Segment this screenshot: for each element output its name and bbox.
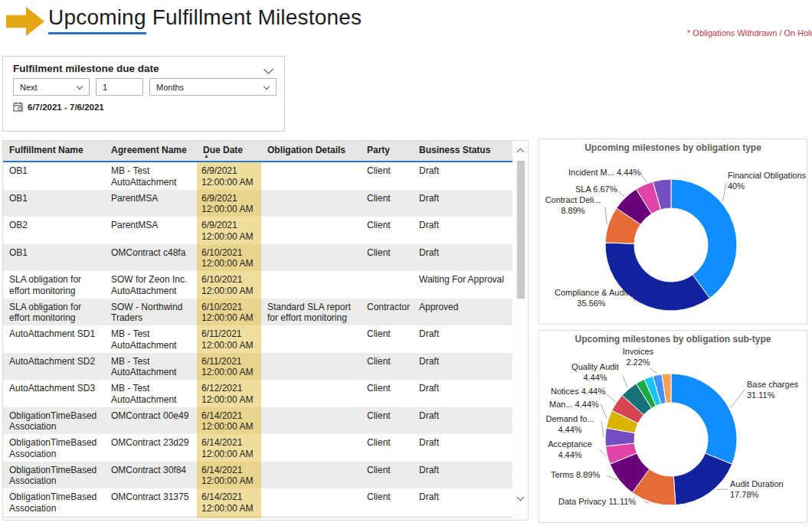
table-cell[interactable]: 6/9/2021 12:00:00 AM [197, 190, 261, 217]
column-header-obligation-details[interactable]: Obligation Details [261, 141, 361, 161]
table-cell[interactable]: Draft [413, 380, 512, 407]
table-cell[interactable]: Client [361, 217, 413, 244]
table-cell[interactable]: OMContract c48fa [105, 244, 197, 272]
table-cell[interactable]: 6/11/2021 12:00:00 AM [197, 325, 261, 353]
table-cell[interactable] [261, 380, 361, 407]
table-cell[interactable]: Client [361, 462, 413, 489]
table-cell[interactable] [261, 462, 361, 489]
table-cell[interactable]: Draft [413, 190, 512, 217]
column-header-fulfillment-name[interactable]: Fulfillment Name [3, 141, 105, 161]
table-cell[interactable]: ObligationTimeBased Association [3, 434, 105, 462]
table-row[interactable]: SLA obligation for effort monitoringSOW … [3, 271, 512, 299]
table-cell[interactable]: ParentMSA [105, 190, 197, 217]
table-cell[interactable]: Client [361, 516, 413, 519]
table-row[interactable]: ObligationTimeBased AssociationOMContrac… [3, 488, 512, 516]
table-cell[interactable]: MB - Test AutoAttachment [105, 380, 197, 407]
table-row[interactable]: ObligationTimeBased AssociationOMContrac… [3, 434, 512, 462]
table-row[interactable]: OB1MB - Test AutoAttachment6/9/2021 12:0… [3, 162, 512, 190]
table-cell[interactable]: Client [361, 380, 413, 407]
table-cell[interactable]: Draft [413, 244, 512, 272]
table-cell[interactable]: ObligationTimeBased Association [3, 462, 105, 489]
table-cell[interactable]: ParentMSA [105, 217, 197, 244]
scrollbar-thumb[interactable] [517, 161, 525, 299]
table-cell[interactable]: Client [361, 434, 413, 462]
table-cell[interactable]: Draft [413, 162, 512, 190]
table-row[interactable]: SLA obligation for effort monitoringSOW … [3, 299, 512, 326]
table-cell[interactable] [261, 325, 361, 353]
table-cell[interactable]: Contractor [361, 299, 413, 326]
table-row[interactable]: AutoAttachment SD2MB - Test AutoAttachme… [3, 353, 512, 380]
table-cell[interactable]: 6/14/2021 12:00:00 AM [197, 488, 261, 516]
table-cell[interactable]: 6/12/2021 12:00:00 AM [197, 380, 261, 407]
table-cell[interactable]: ObligationTimeBased Association [3, 488, 105, 516]
table-cell[interactable]: Client [361, 162, 413, 190]
table-cell[interactable]: Draft [413, 407, 512, 435]
table-cell[interactable]: SOW - Northwind Traders [105, 299, 197, 326]
table-cell[interactable]: 6/10/2021 12:00:00 AM [197, 271, 261, 299]
table-cell[interactable]: OMContract 00e49 [105, 407, 197, 435]
table-cell[interactable]: Waiting For Approval [413, 271, 512, 299]
table-cell[interactable]: 6/14/2021 12:00:00 AM [197, 407, 261, 435]
table-cell[interactable]: Draft [413, 434, 512, 462]
table-cell[interactable] [261, 271, 361, 299]
table-cell[interactable] [261, 217, 361, 244]
table-cell[interactable]: 6/10/2021 12:00:00 AM [197, 244, 261, 272]
filter-operator-dropdown[interactable]: Next [13, 78, 90, 96]
scroll-up-icon[interactable] [517, 149, 525, 156]
table-cell[interactable]: 6/14/2021 12:00:00 AM [197, 462, 261, 489]
table-row[interactable]: ObligationTimeBased AssociationOMContrac… [3, 462, 512, 489]
table-cell[interactable]: Client [361, 488, 413, 516]
table-cell[interactable]: Draft [413, 353, 512, 380]
chevron-down-icon[interactable] [264, 64, 273, 74]
table-row[interactable]: ObligationTimeBased AssociationOMContrac… [3, 407, 512, 435]
table-row[interactable]: OB1ParentMSA6/9/2021 12:00:00 AMClientDr… [3, 190, 512, 217]
table-cell[interactable]: SOW for Zeon Inc. AutoAttachment [105, 271, 197, 299]
table-cell[interactable] [261, 244, 361, 272]
table-cell[interactable] [261, 353, 361, 380]
donut-slice-base-charges[interactable] [671, 374, 737, 464]
scroll-down-icon[interactable] [517, 494, 525, 501]
table-cell[interactable]: OMContract 23d29 [105, 434, 197, 462]
column-header-due-date[interactable]: Due Date▲ [197, 141, 261, 161]
table-cell[interactable]: SLA obligation for effort monitoring [3, 271, 105, 299]
table-cell[interactable]: AutoAttachment SD3 [3, 380, 105, 407]
table-row[interactable]: ObligationTimeBased AssociationOMContrac… [3, 516, 512, 519]
table-cell[interactable]: OMContract 30f84 [105, 462, 197, 489]
table-row[interactable]: OB1OMContract c48fa6/10/2021 12:00:00 AM… [3, 244, 512, 272]
table-cell[interactable] [361, 271, 413, 299]
table-cell[interactable] [261, 434, 361, 462]
table-cell[interactable]: OB2 [3, 217, 105, 244]
table-cell[interactable]: Client [361, 353, 413, 380]
table-cell[interactable] [261, 488, 361, 516]
table-cell[interactable]: AutoAttachment SD1 [3, 325, 105, 353]
table-cell[interactable]: MB - Test AutoAttachment [105, 162, 197, 190]
table-cell[interactable] [261, 516, 361, 519]
table-cell[interactable]: Approved [413, 299, 512, 326]
table-cell[interactable]: AutoAttachment SD2 [3, 353, 105, 380]
table-row[interactable]: OB2ParentMSA6/9/2021 12:00:00 AMClientDr… [3, 217, 512, 244]
table-cell[interactable]: 6/10/2021 12:00:00 AM [197, 299, 261, 326]
table-cell[interactable]: 6/9/2021 12:00:00 AM [197, 217, 261, 244]
table-cell[interactable]: OB1 [3, 162, 105, 190]
table-cell[interactable]: Draft [413, 488, 512, 516]
table-cell[interactable]: Client [361, 244, 413, 272]
table-cell[interactable]: 6/9/2021 12:00:00 AM [197, 162, 261, 190]
table-cell[interactable]: OMContract 31375 [105, 488, 197, 516]
table-cell[interactable]: OB1 [3, 244, 105, 272]
table-cell[interactable]: OMContract 551d9 [105, 516, 197, 519]
table-cell[interactable]: MB - Test AutoAttachment [105, 325, 197, 353]
table-row[interactable]: AutoAttachment SD3MB - Test AutoAttachme… [3, 380, 512, 407]
table-cell[interactable]: SLA obligation for effort monitoring [3, 299, 105, 326]
table-cell[interactable] [261, 407, 361, 435]
table-cell[interactable]: 6/14/2021 12:00:00 AM [197, 434, 261, 462]
filter-amount-input[interactable] [96, 78, 143, 96]
table-row[interactable]: AutoAttachment SD1MB - Test AutoAttachme… [3, 325, 512, 353]
column-header-agreement-name[interactable]: Agreement Name [105, 141, 197, 161]
table-cell[interactable]: 6/11/2021 12:00:00 AM [197, 353, 261, 380]
filter-unit-dropdown[interactable]: Months [149, 78, 277, 96]
table-cell[interactable]: ObligationTimeBased Association [3, 407, 105, 435]
donut-slice-audit-duration[interactable] [673, 453, 732, 505]
table-cell[interactable] [261, 162, 361, 190]
table-cell[interactable]: Standard SLA report for effort monitorin… [261, 299, 361, 326]
column-header-business-status[interactable]: Business Status [413, 141, 512, 161]
